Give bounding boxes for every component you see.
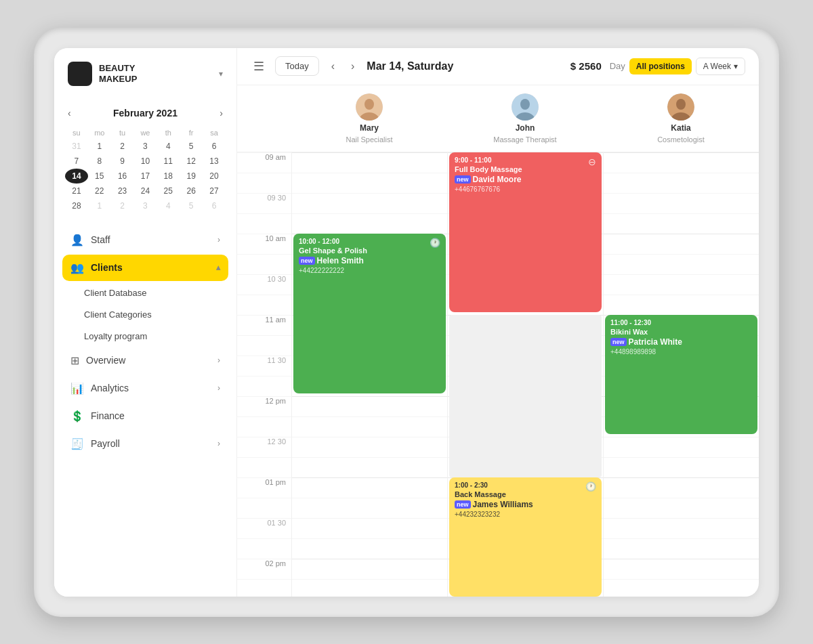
cal-day[interactable]: 4 bbox=[157, 198, 180, 213]
nav-item-clients[interactable]: 👥 Clients ▴ bbox=[62, 255, 228, 281]
cal-day[interactable]: 15 bbox=[88, 169, 111, 184]
next-day-button[interactable]: › bbox=[347, 58, 358, 75]
analytics-chevron-icon: › bbox=[217, 383, 220, 393]
cal-day[interactable]: 1 bbox=[88, 198, 111, 213]
cal-day[interactable]: 2 bbox=[111, 139, 134, 154]
cal-day[interactable]: 28 bbox=[65, 198, 88, 213]
svg-point-1 bbox=[364, 99, 374, 110]
nav-item-overview[interactable]: ⊞ Overview › bbox=[62, 347, 228, 374]
overview-chevron-icon: › bbox=[217, 356, 220, 365]
cal-day[interactable]: 26 bbox=[180, 184, 203, 198]
cal-day[interactable]: 21 bbox=[65, 184, 88, 198]
day-header-su: su bbox=[65, 127, 88, 139]
cal-day[interactable]: 1 bbox=[88, 139, 111, 154]
cal-day[interactable]: 10 bbox=[134, 154, 157, 169]
cal-day[interactable]: 17 bbox=[134, 169, 157, 184]
apt-clock-icon: 🕐 bbox=[585, 481, 596, 492]
sidebar: BEAUTY MAKEUP ▾ ‹ February 2021 › su mo bbox=[54, 48, 237, 597]
day-header-we: we bbox=[134, 127, 157, 139]
new-badge: new bbox=[455, 175, 471, 184]
apt-time: 10:00 - 12:00 bbox=[299, 238, 440, 245]
nav-item-payroll[interactable]: 🧾 Payroll › bbox=[62, 431, 228, 457]
view-day-label: Day bbox=[610, 61, 625, 71]
nav-item-staff[interactable]: 👤 Staff › bbox=[62, 227, 228, 253]
nav-sub-loyalty-program[interactable]: Loyalty program bbox=[70, 326, 220, 347]
cal-day[interactable]: 9 bbox=[111, 154, 134, 169]
nav-sub-client-database[interactable]: Client Database bbox=[70, 282, 220, 303]
next-month-button[interactable]: › bbox=[217, 106, 226, 120]
cal-day[interactable]: 20 bbox=[203, 169, 226, 184]
cal-day[interactable]: 5 bbox=[180, 198, 203, 213]
col-slot bbox=[292, 457, 447, 477]
cal-day[interactable]: 25 bbox=[157, 184, 180, 198]
apt-phone: +44898989898 bbox=[610, 348, 752, 356]
svg-point-4 bbox=[520, 99, 530, 110]
nav-sub-client-categories[interactable]: Client Categories bbox=[70, 304, 220, 325]
nav-item-finance[interactable]: 💲 Finance bbox=[62, 403, 228, 429]
prev-month-button[interactable]: ‹ bbox=[65, 106, 74, 120]
cal-day[interactable]: 19 bbox=[180, 169, 203, 184]
time-slot bbox=[237, 538, 291, 559]
time-slot bbox=[237, 579, 291, 597]
new-badge: new bbox=[299, 257, 315, 265]
apt-phone: +44222222222 bbox=[299, 267, 440, 274]
cal-day[interactable]: 23 bbox=[111, 184, 134, 198]
apt-client-name: David Moore bbox=[473, 175, 522, 184]
cal-day[interactable]: 4 bbox=[157, 139, 180, 154]
cal-day[interactable]: 27 bbox=[203, 184, 226, 198]
avatar-mary bbox=[356, 93, 383, 121]
col-slot bbox=[604, 173, 759, 193]
appointment[interactable]: 10:00 - 12:00🕐Gel Shape & PolishnewHelen… bbox=[293, 234, 446, 393]
cal-day[interactable]: 6 bbox=[203, 139, 226, 154]
time-slot: 12 30 bbox=[237, 437, 291, 457]
payroll-chevron-icon: › bbox=[217, 439, 220, 448]
cal-day[interactable]: 2 bbox=[111, 198, 134, 213]
cal-day[interactable]: 12 bbox=[180, 154, 203, 169]
time-slot bbox=[237, 335, 291, 356]
col-slot bbox=[604, 295, 759, 315]
cal-day[interactable]: 13 bbox=[203, 154, 226, 169]
logo-section[interactable]: BEAUTY MAKEUP ▾ bbox=[54, 62, 236, 100]
staff-col-mary: 10:00 - 12:00🕐Gel Shape & PolishnewHelen… bbox=[291, 152, 447, 597]
col-slot bbox=[604, 538, 759, 559]
time-slot bbox=[237, 457, 291, 477]
calendar-scroll[interactable]: 09 am09 3010 am10 3011 am11 3012 pm12 30… bbox=[237, 152, 759, 597]
logo-text: BEAUTY MAKEUP bbox=[99, 63, 137, 84]
apt-name-row: newHelen Smith bbox=[299, 256, 440, 265]
logo-icon bbox=[68, 62, 92, 86]
apt-minus-icon: ⊖ bbox=[588, 156, 596, 167]
cal-day[interactable]: 11 bbox=[157, 154, 180, 169]
cal-day[interactable]: 5 bbox=[180, 139, 203, 154]
cal-day[interactable]: 3 bbox=[134, 139, 157, 154]
time-slot: 10 am bbox=[237, 234, 291, 254]
cal-day[interactable]: 31 bbox=[65, 139, 88, 154]
appointment[interactable]: 1:00 - 2:30🕐Back MassagenewJames William… bbox=[449, 477, 602, 597]
cal-day[interactable]: 7 bbox=[65, 154, 88, 169]
all-positions-button[interactable]: All positions bbox=[629, 58, 692, 74]
time-slot: 11 am bbox=[237, 315, 291, 335]
col-slot bbox=[604, 579, 759, 597]
week-view-button[interactable]: A Week ▾ bbox=[696, 58, 745, 75]
cal-day[interactable]: 3 bbox=[134, 198, 157, 213]
cal-day[interactable]: 22 bbox=[88, 184, 111, 198]
nav-item-analytics[interactable]: 📊 Analytics › bbox=[62, 375, 228, 402]
time-label-column: 09 am09 3010 am10 3011 am11 3012 pm12 30… bbox=[237, 152, 291, 597]
cal-day[interactable]: 24 bbox=[134, 184, 157, 198]
cal-day[interactable]: 8 bbox=[88, 154, 111, 169]
today-button[interactable]: Today bbox=[275, 56, 319, 76]
appointment[interactable]: 11:00 - 12:30Bikini WaxnewPatricia White… bbox=[605, 315, 757, 434]
appointment[interactable]: 9:00 - 11:00⊖Full Body MassagenewDavid M… bbox=[449, 152, 602, 312]
col-slot bbox=[292, 559, 447, 579]
cal-day[interactable]: 14 bbox=[65, 169, 88, 184]
view-controls: Day All positions A Week ▾ bbox=[610, 58, 745, 75]
cal-day[interactable]: 18 bbox=[157, 169, 180, 184]
apt-name-row: newDavid Moore bbox=[455, 175, 596, 184]
hamburger-button[interactable]: ☰ bbox=[251, 56, 267, 77]
cal-day[interactable]: 6 bbox=[203, 198, 226, 213]
apt-client-name: Patricia White bbox=[629, 337, 682, 347]
gray-block bbox=[449, 315, 602, 477]
apt-clock-icon: 🕐 bbox=[430, 238, 440, 248]
cal-day[interactable]: 16 bbox=[111, 169, 134, 184]
prev-day-button[interactable]: ‹ bbox=[327, 58, 339, 75]
col-slot bbox=[604, 457, 759, 477]
